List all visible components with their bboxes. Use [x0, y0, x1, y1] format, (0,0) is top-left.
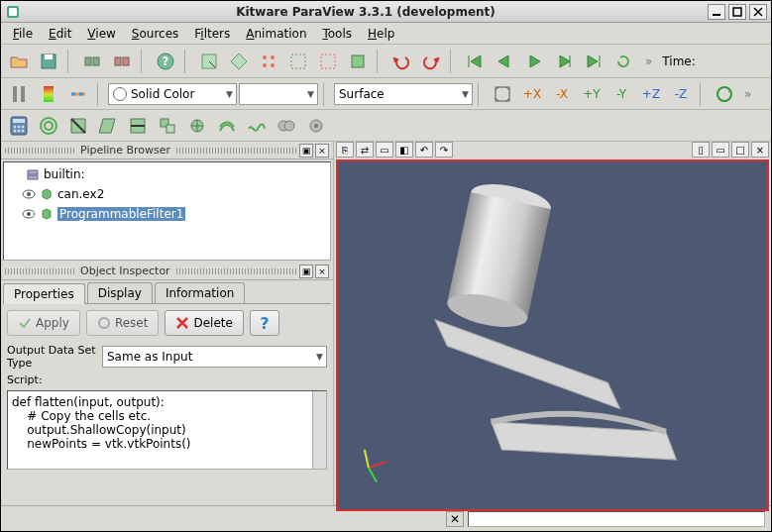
calculator-icon[interactable] — [5, 112, 33, 140]
split-horizontal-icon[interactable]: ▯ — [692, 142, 710, 158]
tree-item-builtin[interactable]: builtin: — [6, 164, 328, 184]
menu-sources[interactable]: Sources — [126, 25, 184, 43]
menu-file[interactable]: File — [7, 25, 39, 43]
apply-button[interactable]: Apply — [7, 310, 80, 336]
connect-icon[interactable] — [78, 48, 106, 75]
delete-button[interactable]: Delete — [165, 310, 243, 336]
svg-text:+Z: +Z — [642, 87, 660, 101]
toolbar-overflow-icon[interactable]: » — [645, 54, 652, 68]
save-icon[interactable] — [35, 48, 62, 75]
group-icon[interactable] — [273, 112, 300, 140]
minimize-button[interactable] — [708, 4, 725, 20]
menu-help[interactable]: Help — [362, 25, 400, 43]
disconnect-icon[interactable] — [108, 48, 136, 75]
pipeline-float-button[interactable]: ▣ — [299, 144, 313, 158]
plus-x-icon[interactable]: +X — [518, 80, 546, 108]
maximize-view-icon[interactable]: □ — [731, 142, 749, 158]
vcr-back-icon[interactable] — [491, 48, 518, 75]
help-icon[interactable]: ? — [152, 48, 179, 75]
menu-animation[interactable]: Animation — [240, 25, 312, 43]
warp-icon[interactable] — [243, 112, 271, 140]
undo-icon[interactable] — [387, 48, 415, 75]
extract-group-icon[interactable] — [302, 112, 330, 140]
select-block-icon[interactable] — [344, 48, 372, 75]
view-options-icon[interactable]: ◧ — [395, 142, 413, 158]
view-copy-icon[interactable]: ⎘ — [336, 142, 354, 158]
pipeline-tree[interactable]: builtin: can.ex2 ProgrammableFilter1 — [3, 161, 331, 261]
minus-y-icon[interactable]: -Y — [607, 80, 635, 108]
vcr-forward-icon[interactable] — [550, 48, 578, 75]
menu-view[interactable]: View — [81, 25, 121, 43]
tab-display[interactable]: Display — [87, 282, 153, 303]
svg-point-57 — [27, 212, 31, 216]
maximize-button[interactable] — [728, 4, 746, 20]
svg-point-41 — [41, 118, 56, 134]
inspector-close-button[interactable]: × — [315, 265, 329, 278]
extract-icon[interactable] — [154, 112, 181, 140]
split-vertical-icon[interactable]: ▭ — [712, 142, 729, 158]
render-view[interactable] — [336, 160, 769, 511]
select-surface-icon[interactable] — [195, 48, 223, 75]
eye-icon[interactable] — [22, 207, 36, 221]
rotate-camera-icon[interactable] — [711, 80, 738, 108]
script-textarea[interactable]: def flatten(input, output): # Copy the c… — [7, 390, 327, 470]
reset-button[interactable]: Reset — [86, 310, 160, 336]
vcr-loop-icon[interactable] — [609, 48, 637, 75]
minus-x-icon[interactable]: -X — [548, 80, 576, 108]
contour-icon[interactable] — [35, 112, 62, 140]
close-view-icon[interactable]: × — [751, 142, 769, 158]
svg-point-18 — [271, 63, 275, 67]
script-scrollbar[interactable] — [312, 391, 326, 469]
svg-line-63 — [365, 450, 369, 469]
open-icon[interactable] — [5, 48, 33, 75]
tree-item-can[interactable]: can.ex2 — [6, 184, 328, 204]
minus-z-icon[interactable]: -Z — [667, 80, 695, 108]
vcr-last-icon[interactable] — [580, 48, 607, 75]
show-color-legend-icon[interactable] — [35, 80, 62, 108]
view-camera-icon[interactable]: ▭ — [376, 142, 393, 158]
color-scalar-icon[interactable] — [5, 80, 33, 108]
svg-rect-3 — [733, 8, 741, 16]
select-frustum-points-icon[interactable] — [314, 48, 342, 75]
color-component-combo[interactable]: ▼ — [239, 83, 318, 105]
pipeline-close-button[interactable]: × — [315, 144, 329, 158]
representation-combo[interactable]: Surface ▼ — [334, 83, 473, 105]
select-points-icon[interactable] — [255, 48, 282, 75]
menu-filters[interactable]: Filters — [188, 25, 236, 43]
reset-camera-icon[interactable] — [489, 80, 516, 108]
tab-information[interactable]: Information — [155, 282, 245, 303]
plus-z-icon[interactable]: +Z — [637, 80, 665, 108]
plus-y-icon[interactable]: +Y — [578, 80, 606, 108]
menu-edit[interactable]: Edit — [43, 25, 77, 43]
slice-icon[interactable] — [94, 112, 122, 140]
select-cells-icon[interactable] — [225, 48, 253, 75]
toolbar2-overflow-icon[interactable]: » — [744, 87, 751, 101]
stream-tracer-icon[interactable] — [213, 112, 241, 140]
select-frustum-cells-icon[interactable] — [284, 48, 312, 75]
svg-rect-52 — [28, 170, 38, 174]
menu-tools[interactable]: Tools — [316, 25, 358, 43]
color-by-combo[interactable]: Solid Color ▼ — [108, 83, 237, 105]
close-button[interactable] — [749, 4, 767, 20]
view-redo-icon[interactable]: ↷ — [435, 142, 453, 158]
view-undo-icon[interactable]: ↶ — [415, 142, 433, 158]
vcr-play-icon[interactable] — [520, 48, 548, 75]
cancel-progress-icon[interactable]: ✕ — [446, 511, 464, 527]
svg-rect-46 — [166, 125, 174, 133]
clip-icon[interactable] — [64, 112, 92, 140]
threshold-icon[interactable] — [124, 112, 152, 140]
tab-properties[interactable]: Properties — [3, 283, 85, 304]
inspector-help-button[interactable]: ? — [250, 310, 279, 336]
edit-color-map-icon[interactable] — [64, 80, 92, 108]
delete-icon — [175, 316, 189, 330]
tree-item-programmablefilter[interactable]: ProgrammableFilter1 — [6, 204, 328, 224]
redo-icon[interactable] — [417, 48, 445, 75]
svg-point-38 — [14, 129, 17, 132]
glyph-icon[interactable] — [183, 112, 211, 140]
svg-point-39 — [18, 129, 21, 132]
view-link-icon[interactable]: ⇄ — [356, 142, 374, 158]
eye-icon[interactable] — [22, 187, 36, 201]
output-type-combo[interactable]: Same as Input ▼ — [102, 346, 327, 368]
inspector-float-button[interactable]: ▣ — [299, 265, 313, 278]
vcr-first-icon[interactable] — [461, 48, 489, 75]
